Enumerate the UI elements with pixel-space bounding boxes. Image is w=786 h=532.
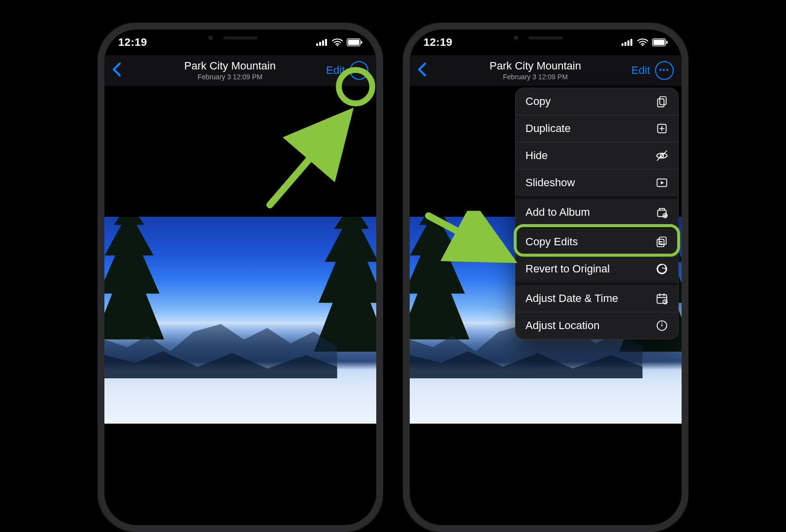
menu-item-label: Hide [525, 149, 548, 162]
menu-item-adjust-location[interactable]: Adjust Locationi [516, 312, 678, 339]
photo-viewport[interactable] [104, 217, 376, 424]
svg-text:i: i [661, 320, 662, 326]
cellular-signal-icon [622, 39, 633, 46]
status-indicators [622, 38, 668, 46]
duplicate-icon [655, 122, 668, 135]
status-indicators [316, 38, 362, 46]
back-button[interactable] [418, 63, 427, 78]
phone-notch [499, 30, 592, 46]
adjust-date-icon [655, 292, 668, 305]
svg-rect-15 [654, 40, 665, 45]
more-button[interactable]: ••• [350, 61, 368, 80]
menu-item-slideshow[interactable]: Slideshow [516, 169, 678, 196]
revert-icon [655, 263, 668, 275]
photo-date-subtitle: February 3 12:09 PM [134, 73, 326, 81]
menu-item-copy-edits[interactable]: Copy Edits [516, 226, 678, 255]
photo-nav-bar: Park City Mountain February 3 12:09 PM E… [104, 55, 376, 86]
svg-rect-18 [657, 99, 664, 107]
svg-rect-3 [325, 39, 327, 46]
phone-notch [194, 30, 287, 46]
svg-rect-11 [627, 40, 629, 46]
svg-rect-0 [316, 43, 318, 46]
landscape-photo [104, 217, 376, 424]
cellular-signal-icon [316, 39, 328, 46]
svg-rect-31 [657, 239, 664, 247]
tree-silhouette-left [104, 217, 168, 355]
svg-rect-30 [659, 237, 666, 244]
svg-point-13 [642, 44, 643, 46]
adjust-location-icon: i [655, 319, 668, 332]
svg-line-43 [665, 302, 666, 302]
svg-rect-16 [666, 41, 668, 44]
photo-actions-menu: CopyDuplicateHideSlideshowAdd to AlbumCo… [515, 88, 679, 339]
menu-item-label: Adjust Date & Time [525, 292, 618, 305]
wifi-icon [332, 38, 343, 46]
wifi-icon [637, 38, 648, 46]
status-time: 12:19 [118, 36, 147, 49]
photo-location-title: Park City Mountain [134, 60, 326, 72]
svg-point-4 [336, 44, 338, 46]
menu-item-adjust-date-time[interactable]: Adjust Date & Time [516, 282, 678, 312]
menu-item-copy[interactable]: Copy [516, 88, 678, 115]
phone-mockup-left: 12:19 [98, 23, 383, 532]
menu-item-revert-to-original[interactable]: Revert to Original [516, 255, 678, 282]
copy-edits-icon [655, 235, 668, 248]
phone-screen: 12:19 [410, 30, 682, 525]
battery-icon [347, 38, 362, 46]
menu-item-label: Copy [525, 95, 551, 108]
tree-silhouette-right [312, 217, 376, 365]
photo-date-subtitle: February 3 12:09 PM [439, 73, 631, 81]
tutorial-canvas: 12:19 [0, 0, 786, 532]
menu-item-label: Duplicate [525, 122, 571, 135]
more-button[interactable]: ••• [655, 61, 674, 80]
svg-marker-25 [661, 181, 664, 185]
hide-icon [655, 149, 668, 162]
menu-item-label: Adjust Location [525, 319, 599, 332]
menu-item-label: Slideshow [525, 176, 575, 189]
photo-nav-bar: Park City Mountain February 3 12:09 PM E… [410, 55, 682, 86]
edit-button[interactable]: Edit [631, 64, 650, 77]
slideshow-icon [655, 176, 668, 189]
svg-line-23 [657, 151, 667, 161]
svg-rect-7 [361, 41, 362, 44]
tree-silhouette-left [410, 217, 474, 355]
menu-item-label: Revert to Original [525, 263, 610, 275]
add-to-album-icon [655, 206, 668, 219]
svg-rect-1 [319, 42, 321, 46]
svg-rect-10 [624, 42, 626, 46]
svg-rect-2 [322, 40, 324, 46]
menu-item-duplicate[interactable]: Duplicate [516, 115, 678, 142]
back-button[interactable] [112, 63, 122, 78]
phone-screen: 12:19 [104, 30, 376, 525]
menu-item-add-to-album[interactable]: Add to Album [516, 196, 678, 226]
copy-icon [655, 95, 668, 108]
phone-mockup-right: 12:19 [403, 23, 688, 532]
svg-rect-12 [630, 39, 632, 46]
svg-rect-17 [660, 97, 666, 104]
menu-item-label: Add to Album [525, 206, 590, 219]
svg-rect-6 [348, 40, 360, 45]
status-time: 12:19 [424, 36, 453, 49]
battery-icon [652, 38, 668, 46]
menu-item-hide[interactable]: Hide [516, 142, 678, 169]
edit-button[interactable]: Edit [326, 64, 345, 77]
svg-rect-9 [622, 43, 623, 46]
menu-item-label: Copy Edits [525, 235, 578, 248]
photo-location-title: Park City Mountain [439, 60, 631, 72]
